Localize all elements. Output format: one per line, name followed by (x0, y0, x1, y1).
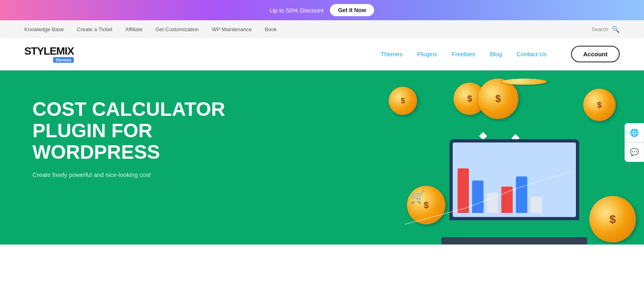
hero-text: COST CALCULATORPLUGIN FORWORDPRESS Creat… (32, 99, 225, 180)
chart-bar-5 (516, 177, 527, 213)
laptop-base (441, 237, 587, 245)
secondary-nav: Knowledge Base Create a Ticket Affiliate… (0, 20, 644, 38)
top-banner: Up to 50% Discount Get It Now (0, 0, 644, 20)
hero-title: COST CALCULATORPLUGIN FORWORDPRESS (32, 99, 225, 163)
coin-3: $ (389, 87, 417, 115)
hero-subtitle: Create freely powerful and nice-looking … (32, 170, 225, 180)
account-button[interactable]: Account (571, 46, 620, 62)
hero-section: COST CALCULATORPLUGIN FORWORDPRESS Creat… (0, 70, 644, 245)
nav-item-plugins[interactable]: Plugins (417, 51, 437, 58)
secondary-nav-knowledge-base[interactable]: Knowledge Base (24, 26, 64, 32)
chart-bar-1 (458, 168, 469, 213)
main-nav: STYLEMIX themes Themes Plugins Freebies … (0, 38, 644, 70)
secondary-nav-get-customization[interactable]: Get Customization (155, 26, 199, 32)
nav-item-contact-us[interactable]: Contact Us (517, 51, 547, 58)
laptop-screen (449, 139, 579, 220)
banner-text: Up to 50% Discount (270, 7, 324, 14)
support-icon: 💬 (630, 148, 639, 157)
nav-link-contact-us[interactable]: Contact Us (517, 51, 547, 57)
logo[interactable]: STYLEMIX themes (24, 46, 74, 63)
secondary-nav-affiliate[interactable]: Affiliate (125, 26, 142, 32)
logo-text-main: STYLEMIX (24, 46, 74, 56)
secondary-nav-wp-maintenance[interactable]: WP Maintenance (212, 26, 252, 32)
nav-item-blog[interactable]: Blog (490, 51, 502, 58)
support-button[interactable]: 💬 (625, 142, 644, 162)
side-buttons: 🌐 💬 (625, 123, 644, 162)
hero-illustration: $ $ $ $ $ $ 🛒 (295, 70, 644, 245)
get-it-now-button[interactable]: Get It Now (330, 4, 374, 16)
coin-6: $ (589, 196, 636, 242)
chart-area (453, 142, 576, 217)
nav-link-themes[interactable]: Themes (381, 51, 402, 57)
coin-2: $ (478, 79, 518, 119)
nav-link-plugins[interactable]: Plugins (417, 51, 437, 57)
chart-bar-2 (472, 181, 484, 213)
laptop-illustration (441, 139, 595, 245)
cart-icon: 🛒 (410, 190, 425, 204)
main-nav-links: Themes Plugins Freebies Blog Contact Us (381, 51, 547, 58)
search-icon[interactable]: 🔍 (612, 26, 620, 33)
search-text: Search (592, 26, 608, 32)
chart-bar-4 (501, 187, 513, 213)
search-area[interactable]: Search 🔍 (592, 26, 620, 33)
chart-bar-3 (487, 193, 498, 213)
nav-link-blog[interactable]: Blog (490, 51, 502, 57)
nav-item-themes[interactable]: Themes (381, 51, 402, 58)
secondary-nav-book[interactable]: Book (265, 26, 277, 32)
diamond-1 (479, 132, 487, 140)
nav-link-freebies[interactable]: Freebies (451, 51, 475, 57)
nav-item-freebies[interactable]: Freebies (451, 51, 475, 58)
chart-bar-6 (531, 197, 542, 213)
logo-text-themes: themes (53, 57, 74, 63)
coin-4: $ (583, 89, 616, 121)
globe-icon: 🌐 (630, 128, 639, 137)
globe-button[interactable]: 🌐 (625, 123, 644, 142)
secondary-nav-create-ticket[interactable]: Create a Ticket (77, 26, 112, 32)
